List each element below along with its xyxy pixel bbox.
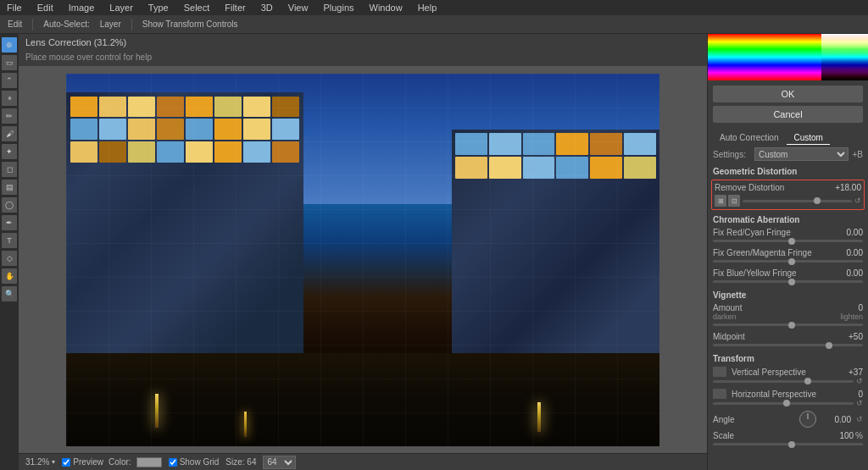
fix-green-magenta-value: 0.00 (833, 248, 863, 257)
tool-eraser[interactable]: ◻ (2, 162, 17, 177)
size-select[interactable]: 6432128 (263, 456, 296, 469)
tool-shape[interactable]: ◇ (2, 251, 17, 266)
horizontal-perspective-slider[interactable] (713, 402, 854, 405)
toolbar-edit[interactable]: Edit (5, 19, 25, 29)
tool-select[interactable]: ▭ (2, 55, 17, 70)
toolbar: Edit Auto-Select: Layer Show Transform C… (0, 15, 868, 34)
menu-image[interactable]: Image (65, 3, 98, 13)
tool-hand[interactable]: ✋ (2, 268, 17, 284)
tool-text[interactable]: T (2, 233, 17, 248)
color-swatch[interactable] (136, 457, 162, 467)
settings-label: Settings: (713, 150, 751, 159)
tool-lasso[interactable]: ⌃ (2, 73, 17, 88)
angle-control: Angle 0.00 ↺ (708, 409, 868, 429)
fix-red-cyan-slider[interactable] (713, 240, 863, 242)
vertical-perspective-slider[interactable] (713, 380, 854, 383)
tool-eyedropper[interactable]: ✏ (2, 108, 17, 124)
fix-blue-yellow-label: Fix Blue/Yellow Fringe (713, 268, 797, 278)
fix-blue-yellow-slider[interactable] (713, 280, 863, 283)
fix-blue-yellow-value: 0.00 (833, 268, 863, 278)
menu-help[interactable]: Help (415, 3, 441, 13)
toolbar-layer[interactable]: Layer (97, 19, 124, 29)
menu-plugins[interactable]: Plugins (320, 3, 357, 13)
distortion-reset-icon[interactable]: ↺ (854, 196, 861, 205)
tool-move[interactable]: ⊕ (2, 37, 17, 53)
transform-label: Transform (708, 351, 868, 365)
toolbar-show-transform[interactable]: Show Transform Controls (140, 19, 241, 29)
vertical-perspective-reset[interactable]: ↺ (856, 377, 863, 385)
midpoint-value: +50 (833, 332, 863, 341)
angle-dial[interactable] (799, 411, 816, 428)
color-spectrum-wb (821, 34, 868, 80)
main-layout: ⊕ ▭ ⌃ ⌖ ✏ 🖌 ✦ ◻ ▤ ◯ ✒ T ◇ ✋ 🔍 Lens Corre… (0, 34, 868, 470)
fix-green-magenta-slider[interactable] (713, 260, 863, 263)
fix-green-magenta-row: Fix Green/Magenta Fringe 0.00 (708, 246, 868, 267)
menu-edit[interactable]: Edit (34, 3, 57, 13)
preview-checkbox[interactable] (62, 458, 70, 467)
remove-distortion-controls: ⊞ ⊡ ↺ (715, 195, 861, 207)
settings-select[interactable]: Custom (754, 147, 849, 161)
vignette-label: Vignette (708, 287, 868, 301)
show-grid-label: Show Grid (180, 457, 220, 467)
midpoint-slider[interactable] (713, 344, 863, 346)
geometric-distortion-section: Remove Distortion +18.00 ⊞ ⊡ ↺ (711, 180, 865, 210)
tool-brush[interactable]: 🖌 (2, 126, 17, 141)
tool-crop[interactable]: ⌖ (2, 91, 17, 106)
menu-select[interactable]: Select (181, 3, 214, 13)
preview-label: Preview (73, 457, 103, 467)
horizontal-perspective-row: Horizontal Perspective 0 ↺ (708, 387, 868, 409)
canvas-wrapper[interactable] (19, 66, 707, 453)
amount-label: Amount (713, 303, 742, 312)
angle-label: Angle (713, 415, 794, 424)
horizontal-perspective-reset[interactable]: ↺ (856, 399, 863, 407)
tool-gradient[interactable]: ▤ (2, 180, 17, 195)
midpoint-label: Midpoint (713, 332, 745, 341)
fix-green-magenta-label: Fix Green/Magenta Fringe (713, 248, 812, 257)
color-label: Color: (108, 457, 131, 467)
distortion-icon-1[interactable]: ⊞ (715, 195, 726, 207)
vignette-amount-row: Amount 0 darken lighten (708, 301, 868, 330)
zoom-dropdown-icon[interactable]: ▾ (52, 458, 55, 466)
scale-slider[interactable] (713, 443, 863, 445)
vertical-perspective-icon (713, 367, 726, 377)
tool-clone[interactable]: ✦ (2, 144, 17, 159)
chromatic-aberration-label: Chromatic Aberration (708, 212, 868, 226)
scale-label: Scale (713, 431, 734, 440)
menu-bar: File Edit Image Layer Type Select Filter… (0, 0, 868, 15)
fix-red-cyan-row: Fix Red/Cyan Fringe 0.00 (708, 226, 868, 246)
menu-3d[interactable]: 3D (258, 3, 276, 13)
angle-reset[interactable]: ↺ (856, 415, 863, 423)
cancel-button[interactable]: Cancel (713, 106, 863, 123)
menu-window[interactable]: Window (366, 3, 406, 13)
amount-slider[interactable] (713, 323, 863, 326)
tab-custom[interactable]: Custom (787, 131, 829, 145)
button-row: OK Cancel (708, 80, 868, 128)
lighten-label: lighten (840, 312, 863, 321)
settings-plus-icon[interactable]: +B (852, 150, 863, 159)
vertical-perspective-row: Vertical Perspective +37 ↺ (708, 365, 868, 387)
vertical-perspective-label: Vertical Perspective (732, 368, 806, 377)
menu-layer[interactable]: Layer (106, 3, 136, 13)
tabs: Auto Correction Custom (708, 128, 868, 145)
darken-label: darken (713, 312, 737, 321)
menu-type[interactable]: Type (145, 3, 172, 13)
menu-file[interactable]: File (3, 3, 25, 13)
distortion-icons: ⊞ ⊡ (715, 195, 740, 207)
horizontal-perspective-value: 0 (833, 390, 863, 399)
menu-view[interactable]: View (285, 3, 312, 13)
horizontal-perspective-icon (713, 389, 726, 399)
tool-pen[interactable]: ✒ (2, 215, 17, 230)
canvas-info-bar: Lens Correction (31.2%) (19, 34, 707, 51)
remove-distortion-slider[interactable] (743, 197, 852, 205)
ok-button[interactable]: OK (713, 86, 863, 102)
menu-filter[interactable]: Filter (221, 3, 248, 13)
toolbar-autoselect[interactable]: Auto-Select: (41, 19, 92, 29)
distortion-icon-2[interactable]: ⊡ (728, 195, 740, 207)
zoom-control[interactable]: 31.2% ▾ (25, 457, 55, 467)
tool-dodge[interactable]: ◯ (2, 197, 17, 213)
color-spectrum (708, 34, 868, 80)
tool-zoom[interactable]: 🔍 (2, 286, 17, 301)
show-grid-checkbox[interactable] (169, 458, 177, 467)
tab-auto-correction[interactable]: Auto Correction (713, 131, 785, 145)
fix-blue-yellow-row: Fix Blue/Yellow Fringe 0.00 (708, 267, 868, 287)
